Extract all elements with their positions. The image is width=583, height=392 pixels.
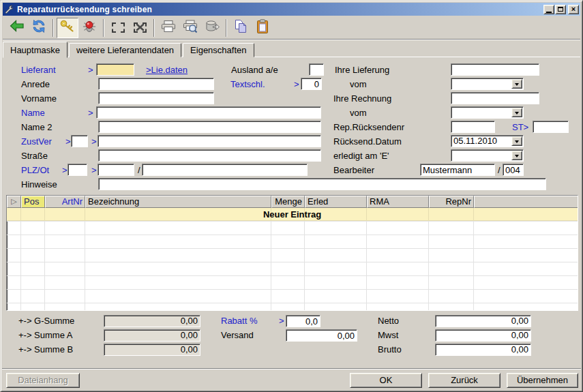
database-export-button[interactable]: [201, 18, 223, 38]
column-header-erled[interactable]: Erled: [305, 196, 367, 208]
name2-label: Name 2: [21, 121, 53, 134]
minimize-icon: [546, 12, 552, 13]
bearbeiter-input[interactable]: [420, 164, 495, 176]
app-window: Reparaturrücksendung schreiben ×: [0, 0, 583, 392]
plz-code-input[interactable]: [68, 164, 87, 176]
clear-selection-button[interactable]: [129, 18, 151, 38]
lie-daten-link[interactable]: >Lie.daten: [146, 64, 188, 76]
refresh-icon: [31, 18, 47, 37]
chevron-down-icon: [515, 83, 519, 88]
ruecksend-datum-value: 05.11.2010: [453, 136, 497, 146]
table-row[interactable]: [7, 262, 578, 276]
new-entry-row[interactable]: Neuer Eintrag: [7, 208, 578, 222]
toolbar: [3, 16, 580, 40]
lieferung-vom-dropdown[interactable]: [451, 78, 524, 90]
ort-input[interactable]: [142, 164, 308, 176]
rabatt-chevron: >: [279, 315, 284, 327]
rechnung-vom-dropdown[interactable]: [451, 106, 524, 119]
column-header-filler: [474, 196, 578, 208]
table-row[interactable]: [7, 222, 578, 235]
back-button[interactable]: [6, 18, 28, 38]
uebernehmen-button[interactable]: Übernehmen: [507, 373, 578, 388]
summe-a-label: +-> Summe A: [18, 329, 72, 342]
ausland-input[interactable]: [309, 63, 324, 76]
tab-hauptmaske[interactable]: Hauptmaske: [3, 42, 68, 58]
column-header-bezeichnung[interactable]: Bezeichnung: [85, 196, 271, 208]
table-row[interactable]: [7, 249, 578, 262]
footer-separator: [2, 368, 581, 370]
bug-button[interactable]: [78, 18, 100, 38]
positions-table: ▷ Pos ArtNr Bezeichnung Menge Erled RMA …: [6, 195, 578, 311]
hinweise-input[interactable]: [98, 178, 546, 190]
erledigt-am-dropdown[interactable]: [451, 149, 524, 162]
ihre-lieferung-input[interactable]: [451, 63, 539, 76]
strasse-label: Straße: [21, 150, 48, 162]
zustver-code-input[interactable]: [71, 135, 88, 147]
ausland-label: Ausland a/e: [231, 64, 278, 76]
close-icon: ×: [571, 5, 575, 13]
select-area-button[interactable]: [107, 18, 129, 38]
copy-button[interactable]: [230, 18, 252, 38]
dateianhang-button[interactable]: Dateianhang: [6, 373, 80, 388]
table-row[interactable]: [7, 235, 578, 249]
ruecksend-datum-label: Rücksend.Datum: [333, 136, 402, 148]
print-button[interactable]: [158, 18, 179, 38]
name2-input[interactable]: [98, 121, 321, 133]
dropdown-button[interactable]: [511, 79, 522, 89]
table-row[interactable]: [7, 303, 578, 311]
column-header-artnr[interactable]: ArtNr: [45, 196, 85, 208]
toolbar-separator: [153, 19, 155, 37]
plz-input[interactable]: [98, 164, 134, 176]
summe-b-label: +-> Summe B: [18, 344, 73, 356]
wrench-icon: [4, 4, 14, 14]
erledigt-am-label: erledigt am 'E': [333, 150, 389, 162]
brutto-field: 0,00: [435, 344, 531, 356]
column-header-rma[interactable]: RMA: [367, 196, 429, 208]
name-input[interactable]: [96, 106, 321, 119]
lieferant-input[interactable]: [96, 63, 134, 76]
bearbeiter-nr-input[interactable]: [503, 164, 524, 176]
maximize-button[interactable]: [555, 5, 566, 14]
print-preview-button[interactable]: [179, 18, 201, 38]
vorname-input[interactable]: [98, 92, 214, 104]
netto-field: 0,00: [435, 315, 531, 327]
plz-chevron2: >: [91, 164, 97, 177]
key-button[interactable]: [57, 18, 78, 38]
st-input[interactable]: [533, 121, 569, 133]
zurueck-button[interactable]: Zurück: [428, 373, 500, 388]
strasse-input[interactable]: [98, 149, 321, 162]
minimize-button[interactable]: [543, 5, 554, 14]
dropdown-button[interactable]: [511, 136, 522, 146]
tab-eigenschaften[interactable]: Eigenschaften: [183, 43, 254, 57]
zustver-chevron: >: [65, 136, 71, 148]
dropdown-button[interactable]: [511, 151, 522, 160]
rechnung-vom-label: vom: [350, 107, 367, 119]
table-row[interactable]: [7, 290, 578, 303]
column-header-pos[interactable]: Pos: [21, 196, 45, 208]
mwst-field: 0,00: [435, 329, 531, 342]
bearbeiter-slash: /: [498, 164, 500, 177]
plz-chevron: >: [62, 164, 68, 177]
rep-ruecksendenr-label: Rep.Rücksendenr: [333, 121, 404, 134]
zustver-input[interactable]: [98, 135, 321, 147]
name-label: Name: [21, 107, 45, 119]
versand-input[interactable]: [286, 329, 357, 342]
ihre-rechnung-input[interactable]: [451, 92, 539, 104]
column-header-repnr[interactable]: RepNr: [429, 196, 474, 208]
rabatt-input[interactable]: [286, 315, 320, 327]
paste-button[interactable]: [252, 18, 273, 38]
close-button[interactable]: ×: [568, 5, 579, 14]
column-header-menge[interactable]: Menge: [271, 196, 305, 208]
tab-weitere-lieferantendaten[interactable]: weitere Lieferantendaten: [69, 43, 181, 57]
table-row[interactable]: [7, 276, 578, 290]
textschl-input[interactable]: [301, 78, 322, 90]
refresh-button[interactable]: [28, 18, 50, 38]
anrede-input[interactable]: [98, 78, 214, 90]
rep-ruecksendenr-input[interactable]: [451, 121, 495, 133]
copy-icon: [233, 18, 249, 37]
toolbar-separator: [103, 19, 104, 37]
ruecksend-datum-dropdown[interactable]: 05.11.2010: [451, 135, 524, 147]
lieferant-label: Lieferant: [21, 64, 56, 76]
ok-button[interactable]: OK: [350, 373, 422, 388]
dropdown-button[interactable]: [511, 108, 522, 117]
